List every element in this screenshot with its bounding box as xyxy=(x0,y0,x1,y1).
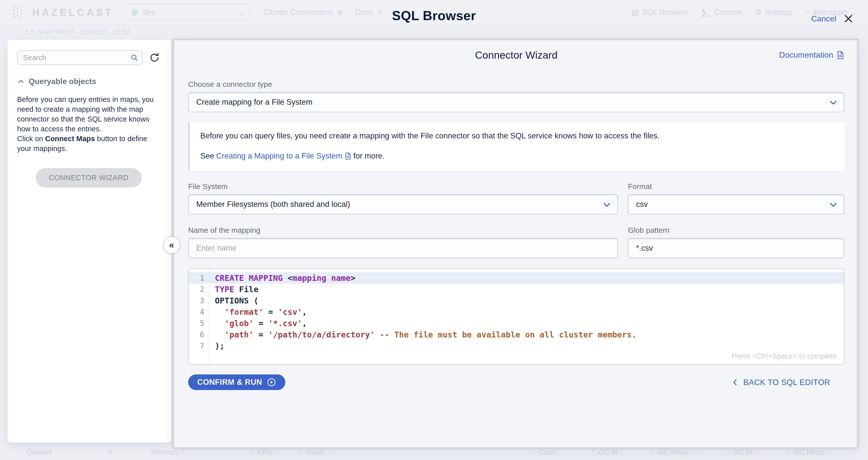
code-token: CREATE MAPPING xyxy=(215,273,287,283)
line-number: 4 xyxy=(189,307,209,316)
connector-type-label: Choose a connector type xyxy=(188,80,844,89)
search-icon xyxy=(130,54,138,63)
code-line[interactable]: 6 'path' = '/path/to/a/directory' -- The… xyxy=(189,329,844,340)
code-token: mapping name xyxy=(292,273,350,283)
background-table-column: 0 xyxy=(108,448,112,456)
code-token xyxy=(375,330,380,339)
cancel-button[interactable]: Cancel xyxy=(811,14,836,23)
code-line[interactable]: 1CREATE MAPPING <mapping name> xyxy=(189,272,844,284)
line-number: 6 xyxy=(189,330,209,339)
code-token: , xyxy=(302,307,307,317)
sidebar-description: Before you can query entries in maps, yo… xyxy=(17,95,161,153)
autocomplete-hint: Press <Ctrl+Space> to complete xyxy=(732,352,837,360)
code-token: = xyxy=(254,330,268,339)
code-token: , xyxy=(302,318,307,328)
code-token: = xyxy=(254,318,268,328)
code-token: 'format' xyxy=(225,307,264,317)
mapping-name-input[interactable] xyxy=(188,238,618,258)
code-token: < xyxy=(287,273,292,283)
glob-pattern-input[interactable] xyxy=(628,238,844,258)
version-label: 5.2-SNAPSHOT - 16/09/22 - 05:58 xyxy=(25,28,130,36)
queryable-objects-header[interactable]: Queryable objects xyxy=(17,77,161,86)
queryable-objects-sidebar: Queryable objects Before you can query e… xyxy=(7,40,171,442)
code-token xyxy=(215,307,225,317)
collapse-sidebar-button[interactable]: « xyxy=(163,237,180,254)
code-lines: 1CREATE MAPPING <mapping name>2TYPE File… xyxy=(189,269,844,351)
code-token: 'csv' xyxy=(278,307,302,317)
info-box: Before you can query files, you need cre… xyxy=(188,122,844,171)
code-token: ); xyxy=(215,341,225,351)
code-token: > xyxy=(350,273,355,283)
connector-wizard-button[interactable]: CONNECTOR WIZARD xyxy=(36,168,142,187)
format-select[interactable]: csv xyxy=(628,194,844,214)
code-line[interactable]: 2TYPE File xyxy=(189,284,844,295)
code-line[interactable]: 5 'glob' = '*.csv', xyxy=(189,317,844,329)
code-token xyxy=(215,318,225,328)
code-line[interactable]: 4 'format' = 'csv', xyxy=(189,306,844,317)
code-token: -- The file must be available on all clu… xyxy=(380,330,637,339)
code-token: 'path' xyxy=(225,330,254,339)
code-token xyxy=(215,330,225,339)
refresh-icon[interactable] xyxy=(148,51,161,65)
description-paragraph: Before you can query entries in maps, yo… xyxy=(17,95,161,134)
glob-pattern-label: Glob pattern xyxy=(628,226,844,235)
document-icon xyxy=(836,51,844,59)
code-line[interactable]: 7); xyxy=(189,340,844,351)
code-token: File xyxy=(234,285,258,294)
chevron-down-icon xyxy=(603,201,611,210)
file-system-label: File System xyxy=(188,182,618,191)
line-number: 7 xyxy=(189,341,209,350)
code-token: '/path/to/a/directory' xyxy=(268,330,375,339)
chevron-down-icon xyxy=(829,99,837,108)
section-title: Queryable objects xyxy=(29,77,96,86)
line-number: 5 xyxy=(189,319,209,328)
info-text: Before you can query files, you need cre… xyxy=(200,131,834,141)
line-number: 3 xyxy=(189,296,209,305)
mapping-name-label: Name of the mapping xyxy=(188,226,618,235)
play-circle-icon xyxy=(267,377,276,387)
description-paragraph-2: Click on Connect Maps button to define y… xyxy=(17,134,161,153)
code-line[interactable]: 3OPTIONS ( xyxy=(189,295,844,306)
chevron-up-icon xyxy=(17,78,25,85)
connector-wizard-panel: Connector Wizard Documentation Choose a … xyxy=(172,38,859,450)
cancel-area: Cancel xyxy=(811,13,854,24)
confirm-run-button[interactable]: CONFIRM & RUN xyxy=(188,374,285,390)
document-icon xyxy=(344,152,351,160)
page-title: SQL Browser xyxy=(0,8,868,23)
code-token: '*.csv' xyxy=(268,318,302,328)
file-system-select[interactable]: Member Filesystems (both shared and loca… xyxy=(188,194,618,214)
close-icon[interactable] xyxy=(843,13,854,24)
search-input[interactable] xyxy=(17,50,143,65)
back-to-sql-editor-link[interactable]: BACK TO SQL EDITOR xyxy=(732,378,830,387)
format-label: Format xyxy=(628,182,844,191)
wizard-title: Connector Wizard xyxy=(188,49,844,61)
background-table-column: Queues xyxy=(26,448,52,456)
line-number: 2 xyxy=(189,285,209,294)
mapping-docs-link[interactable]: Creating a Mapping to a File System xyxy=(216,152,351,160)
code-token: = xyxy=(264,307,278,317)
code-token: OPTIONS ( xyxy=(215,296,258,306)
sql-code-editor[interactable]: ⌄ 1CREATE MAPPING <mapping name>2TYPE Fi… xyxy=(188,268,844,365)
documentation-link[interactable]: Documentation xyxy=(779,50,844,60)
line-number: 1 xyxy=(189,274,209,282)
code-token: 'glob' xyxy=(225,318,254,328)
code-token: TYPE xyxy=(215,285,234,294)
chevron-left-icon xyxy=(732,378,739,386)
chevron-down-icon xyxy=(829,201,837,210)
background-table-header: Queues0Member ⌃⌃ CPU⌃ Used ...⌃ Com...⌃ … xyxy=(0,448,868,458)
connector-type-select[interactable]: Create mapping for a File System xyxy=(188,92,844,112)
